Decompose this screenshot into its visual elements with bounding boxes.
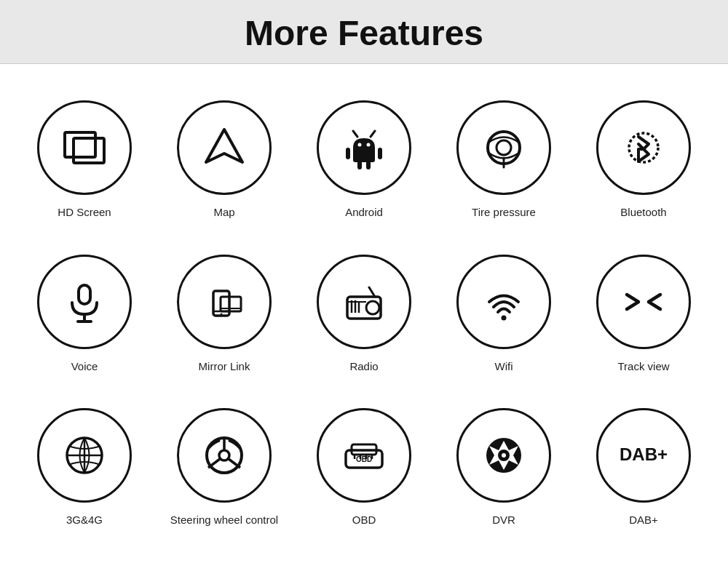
feature-voice: Voice (15, 240, 154, 394)
svg-point-19 (221, 313, 223, 315)
3g4g-icon-circle (37, 408, 132, 503)
voice-icon-circle (37, 255, 132, 349)
dab-icon: DAB+ (618, 430, 669, 481)
wifi-label: Wifi (495, 359, 513, 374)
radio-label: Radio (349, 359, 378, 374)
map-icon-circle (177, 100, 272, 195)
svg-point-31 (502, 315, 507, 320)
android-icon-circle (317, 100, 411, 195)
voice-label: Voice (71, 359, 98, 374)
feature-hd-screen: HD Screen (15, 86, 154, 240)
feature-mirror-link: Mirror Link (154, 240, 294, 394)
svg-point-26 (366, 301, 379, 314)
svg-rect-14 (79, 285, 90, 304)
svg-rect-0 (65, 132, 95, 157)
features-grid: HD Screen Map An (0, 64, 728, 562)
feature-track-view: Track view (574, 240, 713, 394)
track-view-icon-circle (596, 255, 691, 349)
map-icon (199, 122, 250, 173)
track-view-label: Track view (617, 359, 669, 374)
track-view-icon (618, 276, 669, 327)
bluetooth-icon (618, 122, 669, 173)
mirror-link-icon (199, 276, 250, 327)
radio-icon (339, 276, 389, 327)
svg-rect-8 (378, 148, 382, 159)
svg-text:OBD: OBD (356, 455, 372, 463)
feature-obd: OBD OBD (294, 394, 434, 548)
hd-screen-icon (59, 122, 110, 173)
map-label: Map (213, 205, 234, 220)
3g4g-icon (59, 430, 110, 481)
feature-dvr: DVR (434, 394, 574, 548)
bluetooth-icon-circle (596, 100, 691, 195)
svg-line-5 (353, 131, 357, 137)
feature-tire-pressure: Tire pressure (434, 86, 574, 240)
svg-point-36 (219, 450, 229, 460)
voice-icon (59, 276, 110, 327)
mirror-link-icon-circle (177, 255, 272, 349)
wifi-icon-circle (456, 255, 551, 349)
bluetooth-label: Bluetooth (620, 205, 666, 220)
feature-bluetooth: Bluetooth (574, 86, 713, 240)
svg-line-29 (369, 287, 375, 297)
feature-steering-wheel: Steering wheel control (154, 394, 294, 548)
obd-icon: OBD (339, 430, 389, 481)
svg-rect-1 (74, 138, 104, 163)
page-title: More Features (0, 13, 728, 53)
svg-text:DAB+: DAB+ (620, 444, 668, 464)
mirror-link-label: Mirror Link (199, 359, 250, 374)
feature-wifi: Wifi (434, 240, 574, 394)
feature-map: Map (154, 86, 294, 240)
feature-radio: Radio (294, 240, 434, 394)
radio-icon-circle (317, 255, 411, 349)
steering-wheel-icon-circle (177, 408, 272, 503)
svg-line-6 (371, 131, 375, 137)
steering-wheel-icon (199, 430, 250, 481)
hd-screen-icon-circle (37, 100, 132, 195)
dab-icon-circle: DAB+ (596, 408, 691, 503)
obd-icon-circle: OBD (317, 408, 411, 503)
wifi-icon (478, 276, 529, 327)
svg-point-4 (367, 143, 371, 147)
tire-pressure-icon (478, 122, 529, 173)
android-label: Android (345, 205, 383, 220)
dvr-icon-circle (456, 408, 551, 503)
feature-android: Android (294, 86, 434, 240)
tire-pressure-icon-circle (456, 100, 551, 195)
steering-wheel-label: Steering wheel control (170, 513, 278, 527)
svg-rect-7 (346, 148, 350, 159)
dvr-icon (478, 430, 529, 481)
android-icon (339, 122, 389, 173)
hd-screen-label: HD Screen (58, 205, 111, 220)
page-header: More Features (0, 0, 728, 64)
dab-label: DAB+ (629, 513, 658, 527)
svg-point-10 (496, 140, 511, 155)
dvr-label: DVR (492, 513, 515, 527)
feature-dab: DAB+ DAB+ (574, 394, 713, 548)
svg-marker-2 (206, 129, 242, 162)
3g4g-label: 3G&4G (66, 513, 103, 527)
feature-3g4g: 3G&4G (15, 394, 154, 548)
svg-point-3 (358, 143, 362, 147)
obd-label: OBD (352, 513, 376, 527)
tire-pressure-label: Tire pressure (472, 205, 536, 220)
svg-point-49 (502, 453, 506, 458)
